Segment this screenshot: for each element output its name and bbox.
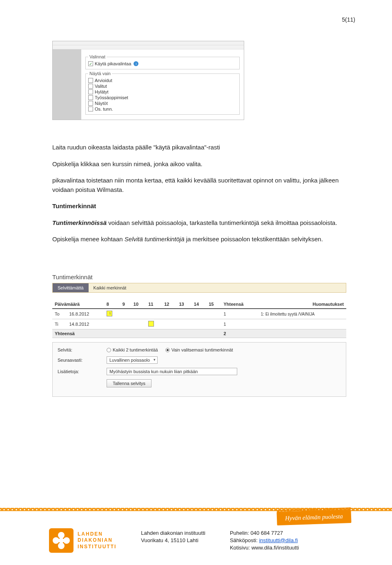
filter-checkbox[interactable]: [88, 89, 93, 94]
svg-rect-5: [56, 539, 66, 542]
col-total: Yhteensä: [221, 300, 258, 309]
col-date: Päivämäärä: [52, 300, 104, 309]
radio-valitut[interactable]: [165, 348, 170, 352]
nayta-vain-legend: Näytä vain: [88, 71, 112, 76]
filter-checkbox[interactable]: [88, 95, 93, 100]
document-body: Laita ruudun oikeasta laidasta päälle "k…: [52, 143, 346, 251]
col-hour: 9: [120, 300, 131, 309]
mark-cell[interactable]: [148, 321, 154, 327]
col-hour: 10: [131, 300, 146, 309]
pikavalinta-label: Käytä pikavalintaa: [95, 61, 131, 66]
tab-kaikki[interactable]: Kaikki merkinnät: [89, 283, 131, 292]
col-notes: Huomautukset: [258, 300, 346, 309]
body-paragraph: Laita ruudun oikeasta laidasta päälle "k…: [52, 143, 346, 152]
nayta-vain-fieldset: Näytä vain Arvioidut Valitut Hylätyt Työ…: [85, 71, 240, 115]
page-footer: LAHDEN DIAKONIAN INSTITUUTTI Lahden diak…: [0, 528, 392, 553]
footer-col-contact: Puhelin: 040 684 7727 Sähköposti: instit…: [230, 529, 299, 552]
filter-label: Os. tunn.: [95, 107, 113, 111]
lisatietoja-label: Lisätietoja:: [58, 369, 107, 374]
tm-tabs: Selvittämättä Kaikki merkinnät: [52, 283, 346, 293]
save-button[interactable]: Tallenna selvitys: [107, 379, 151, 387]
tm-title: Tuntimerkinnät: [52, 274, 346, 280]
filter-label: Näytöt: [95, 101, 108, 106]
body-paragraph: Opiskelija klikkaa sen kurssin nimeä, jo…: [52, 160, 346, 169]
tm-table: Päivämäärä 8 9 10 11 12 13 14 15 Yhteens…: [52, 300, 346, 338]
col-hour: 14: [192, 300, 206, 309]
body-paragraph: Tuntimerkinnöissä voidaan selvittää pois…: [52, 218, 346, 228]
col-hour: 8: [104, 300, 120, 309]
valinnat-fieldset: Valinnat Käytä pikavalintaa i: [85, 54, 240, 69]
tagline-tag: Hyvän elämän puolesta: [277, 509, 352, 525]
logo-icon: [49, 528, 74, 553]
mark-cell[interactable]: [107, 311, 112, 316]
col-hour: 15: [206, 300, 221, 309]
filter-label: Työssäoppimiset: [95, 95, 128, 100]
col-hour: 11: [146, 300, 162, 309]
filter-label: Hylätyt: [95, 89, 109, 94]
body-paragraph: pikavalintaa toistetaan niin monta kerta…: [52, 176, 346, 194]
filter-label: Arvioidut: [95, 78, 112, 83]
pikavalinta-checkbox[interactable]: [88, 61, 93, 66]
body-paragraph: Opiskelija menee kohtaan Selvitä tuntime…: [52, 235, 346, 244]
radio-kaikki[interactable]: [107, 348, 111, 352]
page-number: 5(11): [342, 16, 355, 23]
table-row-total: Yhteensä 2: [52, 329, 346, 338]
table-row: Ti 14.8.2012 1: [52, 319, 346, 329]
col-hour: 12: [162, 300, 176, 309]
filter-label: Valitut: [95, 84, 107, 89]
valinnat-legend: Valinnat: [88, 54, 107, 59]
lisatietoja-input[interactable]: Myöhästyin bussista kun nukuin liian pit…: [107, 368, 237, 375]
tab-selvittamatta[interactable]: Selvittämättä: [53, 283, 89, 292]
filter-checkbox[interactable]: [88, 107, 93, 111]
filter-checkbox[interactable]: [88, 84, 93, 89]
section-heading: Tuntimerkinnät: [52, 202, 346, 211]
tuntimerkinnat-screenshot: Tuntimerkinnät Selvittämättä Kaikki merk…: [52, 274, 346, 397]
radio-valitut-label: Vain valitsemasi tuntimerkinnät: [172, 347, 233, 352]
info-icon[interactable]: i: [134, 61, 138, 66]
footer-col-address: Lahden diakonian instituutti Vuorikatu 4…: [141, 529, 205, 552]
table-row: To 16.8.2012 1 1: Ei ilmoitettu syytä /V…: [52, 309, 346, 319]
settings-screenshot: Valinnat Käytä pikavalintaa i Näytä vain…: [52, 41, 244, 120]
tm-form: Selvitä: Kaikki 2 tuntimerkintää Vain va…: [52, 342, 346, 397]
radio-kaikki-label: Kaikki 2 tuntimerkintää: [113, 347, 158, 352]
email-link[interactable]: instituutti@dila.fi: [259, 537, 298, 543]
reason-select[interactable]: Luvallinen poissaolo: [107, 356, 158, 364]
col-hour: 13: [176, 300, 191, 309]
logo-text: LAHDEN DIAKONIAN INSTITUUTTI: [78, 531, 116, 550]
seuraavasti-label: Seuraavasti:: [58, 358, 107, 363]
selvita-label: Selvitä:: [58, 347, 107, 352]
filter-checkbox[interactable]: [88, 101, 93, 106]
filter-checkbox[interactable]: [88, 78, 93, 83]
